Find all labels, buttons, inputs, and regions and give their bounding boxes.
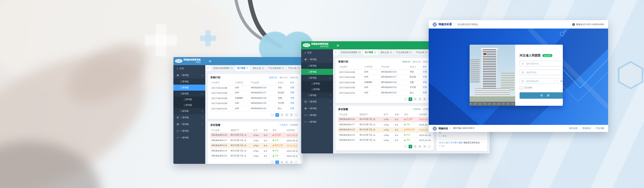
password-field[interactable] bbox=[520, 69, 563, 75]
sidebar-item[interactable]: 二级导航 bbox=[173, 85, 205, 91]
tab-item[interactable]: 通知公告 bbox=[378, 49, 394, 55]
tab-item[interactable]: 资质证件效期预警 bbox=[211, 65, 235, 71]
view-link[interactable]: 查看 bbox=[423, 76, 427, 78]
sidebar-item[interactable]: 二级导航∨ bbox=[173, 108, 205, 114]
sidebar-item[interactable]: 三级导航 bbox=[301, 87, 333, 92]
sidebar-item[interactable]: ▣一级导航∧ bbox=[301, 56, 333, 63]
sidebar-item[interactable]: 二级导航 bbox=[301, 63, 333, 69]
prev-page-button[interactable]: ‹ bbox=[271, 113, 274, 117]
menu-toggle-icon[interactable]: ≡ bbox=[209, 59, 211, 63]
tab-item[interactable]: 产品分类设置 bbox=[394, 49, 414, 55]
app-logo: 医院物资管理系统临床科室端 bbox=[301, 43, 333, 47]
prev-page-button[interactable]: ‹ bbox=[271, 160, 274, 164]
next-page-button[interactable]: › bbox=[427, 145, 431, 148]
page-button[interactable]: 2 bbox=[280, 113, 284, 117]
sidebar-item[interactable]: ▣一级导航∧ bbox=[173, 72, 205, 79]
prev-page-button[interactable]: ‹ bbox=[404, 145, 408, 148]
page-button[interactable]: 3 bbox=[285, 160, 288, 164]
sidebar-item[interactable]: ◷一级导航 bbox=[173, 128, 205, 134]
footer-link[interactable]: 常见问题 bbox=[595, 127, 604, 130]
footer-link[interactable]: 操作说明 bbox=[569, 127, 578, 130]
cell-batch: o76o bbox=[252, 144, 263, 147]
captcha-input[interactable] bbox=[525, 80, 553, 83]
username-input[interactable] bbox=[525, 62, 563, 65]
view-link[interactable]: 查看 bbox=[423, 81, 427, 83]
captcha-field[interactable] bbox=[520, 78, 555, 84]
sidebar-item[interactable]: 三级导航 bbox=[301, 81, 333, 87]
feed-link[interactable]: 付小小 bbox=[439, 141, 445, 144]
sidebar-item[interactable]: ⚠一级导航 bbox=[173, 134, 205, 141]
page-button[interactable]: 2 bbox=[280, 160, 284, 164]
card-link[interactable]: 领用计划 bbox=[269, 76, 277, 79]
view-link[interactable]: 查看 bbox=[423, 70, 427, 73]
page-button[interactable]: 1 bbox=[409, 97, 412, 101]
page-button[interactable]: 1 bbox=[275, 160, 279, 164]
page-button[interactable]: 1 bbox=[275, 113, 279, 117]
tab-close-dot-icon bbox=[374, 51, 376, 53]
tab-item[interactable]: 产品出库 bbox=[414, 49, 430, 55]
collapse-tabs-icon[interactable]: « bbox=[333, 49, 339, 55]
page-button[interactable]: 3 bbox=[418, 97, 422, 101]
card-link[interactable]: 采购计划 bbox=[290, 76, 298, 79]
sidebar-item[interactable]: ⚠一级导航 bbox=[301, 119, 333, 125]
remember-checkbox[interactable] bbox=[520, 86, 523, 89]
view-link[interactable]: 查看 bbox=[423, 91, 427, 94]
page-button[interactable]: 4 bbox=[289, 113, 293, 117]
collapse-tabs-icon[interactable]: « bbox=[205, 65, 211, 71]
menu-toggle-icon[interactable]: ≡ bbox=[336, 44, 339, 47]
tab-item[interactable]: 产品出库 bbox=[286, 65, 302, 71]
tab-item[interactable]: 用户管理 bbox=[363, 49, 379, 55]
sidebar-item[interactable]: 二级导航∧ bbox=[173, 91, 205, 97]
sidebar-item[interactable]: 二级导航 bbox=[301, 69, 333, 75]
tab-item[interactable]: 通知公告 bbox=[251, 65, 266, 71]
card-link[interactable]: 预约计划 bbox=[413, 60, 421, 63]
view-link[interactable]: 查看 bbox=[423, 86, 427, 88]
view-link[interactable]: 查看 bbox=[290, 97, 294, 99]
sidebar-item[interactable]: 二级导航 bbox=[173, 79, 205, 85]
page-button[interactable]: 2 bbox=[413, 97, 417, 101]
password-input[interactable] bbox=[525, 71, 563, 74]
login-button[interactable]: 登 录 bbox=[520, 92, 563, 99]
view-link[interactable]: 查看 bbox=[290, 102, 294, 104]
divider bbox=[450, 127, 451, 130]
view-link[interactable]: 查看 bbox=[290, 91, 294, 94]
captcha-question[interactable]: 6+8=? bbox=[557, 78, 563, 84]
page-button[interactable]: 4 bbox=[289, 160, 293, 164]
tab-close-dot-icon bbox=[231, 67, 233, 69]
sidebar-item[interactable]: ▦一级导航∨ bbox=[173, 121, 205, 128]
card-link[interactable]: 效期预警 bbox=[290, 124, 298, 127]
sidebar-item[interactable]: ▤一级导航∨ bbox=[173, 114, 205, 121]
page-button[interactable]: 4 bbox=[423, 97, 426, 101]
sidebar-item[interactable]: ⌂首页 bbox=[173, 65, 205, 72]
footer-link[interactable]: 密钥驱动 bbox=[582, 127, 591, 130]
next-page-button[interactable]: › bbox=[294, 160, 298, 164]
tab-item[interactable]: 用户管理 bbox=[235, 65, 251, 71]
card-link[interactable]: 领用计划 bbox=[402, 60, 410, 63]
sidebar-item[interactable]: 二级导航∧ bbox=[301, 75, 333, 81]
view-link[interactable]: 查看 bbox=[290, 107, 294, 109]
page-button[interactable]: 1 bbox=[409, 145, 412, 148]
next-page-button[interactable]: › bbox=[294, 113, 298, 117]
page-button[interactable]: 4 bbox=[423, 145, 426, 148]
page-button[interactable]: 2 bbox=[413, 145, 417, 148]
sidebar-item[interactable]: ⌂首页 bbox=[301, 49, 333, 56]
prev-page-button[interactable]: ‹ bbox=[404, 97, 408, 101]
tab-item[interactable]: 资质证件效期预警 bbox=[339, 49, 363, 55]
sidebar-item[interactable]: ◷一级导航 bbox=[301, 112, 333, 119]
sidebar-item[interactable]: 三级导航 bbox=[173, 97, 205, 102]
tab-label: 产品出库 bbox=[416, 51, 424, 54]
card-link[interactable]: 产品库存 bbox=[279, 124, 287, 127]
feed-link[interactable]: 5 月日常小需求 bbox=[448, 141, 463, 144]
sidebar-item[interactable]: 三级导航 bbox=[173, 102, 205, 108]
card-link[interactable]: 产品库存 bbox=[413, 108, 421, 111]
username-field[interactable] bbox=[520, 61, 563, 66]
view-link[interactable]: 查看 bbox=[290, 86, 294, 89]
sidebar-item[interactable]: ▦一级导航∨ bbox=[301, 105, 333, 112]
sidebar-item[interactable]: 二级导航∨ bbox=[301, 92, 333, 98]
card-link[interactable]: 预约计划 bbox=[279, 76, 287, 79]
page-button[interactable]: 3 bbox=[285, 113, 288, 117]
sidebar-item-label: 二级导航 bbox=[308, 94, 317, 97]
sidebar-item[interactable]: ▤一级导航∨ bbox=[301, 98, 333, 105]
tab-item[interactable]: 产品分类设置 bbox=[266, 65, 286, 71]
page-button[interactable]: 3 bbox=[418, 145, 422, 148]
